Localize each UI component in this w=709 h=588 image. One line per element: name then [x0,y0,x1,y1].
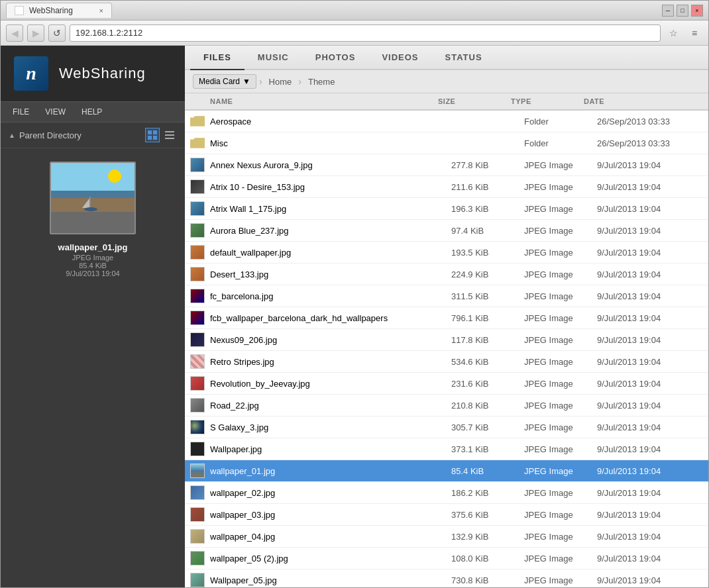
minimize-button[interactable]: ─ [662,5,674,17]
bookmark-button[interactable]: ☆ [665,24,682,42]
table-row[interactable]: Aerospace Folder 26/Sep/2013 03:33 [185,111,708,132]
file-list-header: NAME SIZE TYPE DATE [185,93,708,111]
menu-button[interactable]: ≡ [686,24,703,42]
table-row[interactable]: wallpaper_04.jpg 132.9 KiB JPEG Image 9/… [185,526,708,548]
svg-rect-8 [89,197,91,208]
app-name: WebSharing [59,65,146,82]
breadcrumb-home[interactable]: Home [265,75,296,89]
file-thumbnail [190,179,205,194]
media-card-dropdown[interactable]: Media Card ▼ [193,74,256,89]
file-name: Atrix Wall 1_175.jpg [210,204,286,214]
sidebar-header: n WebSharing [1,46,185,102]
table-row[interactable]: Misc Folder 26/Sep/2013 03:33 [185,132,708,154]
parent-directory-label[interactable]: Parent Directory [19,130,145,140]
column-header-type: TYPE [511,97,584,105]
table-row[interactable]: wallpaper_01.jpg 85.4 KiB JPEG Image 9/J… [185,460,708,482]
file-name: wallpaper_05 (2).jpg [210,554,288,564]
file-size: 305.7 KiB [451,422,524,432]
table-row[interactable]: Desert_133.jpg 224.9 KiB JPEG Image 9/Ju… [185,264,708,285]
table-row[interactable]: Aurora Blue_237.jpg 97.4 KiB JPEG Image … [185,220,708,242]
file-thumbnail [190,507,205,522]
address-bar[interactable] [76,28,655,38]
table-row[interactable]: Retro Stripes.jpg 534.6 KiB JPEG Image 9… [185,351,708,373]
table-row[interactable]: Wallpaper_05.jpg 730.8 KiB JPEG Image 9/… [185,569,708,587]
file-date: 26/Sep/2013 03:33 [597,117,703,126]
file-type: JPEG Image [524,226,597,236]
table-row[interactable]: fcb_wallpaper_barcelona_dark_hd_wallpape… [185,307,708,329]
svg-rect-2 [148,136,152,140]
tab-photos[interactable]: PHOTOS [302,46,369,70]
file-name: Wallpaper_05.jpg [210,575,277,585]
table-row[interactable]: S Galaxy_3.jpg 305.7 KiB JPEG Image 9/Ju… [185,416,708,438]
table-row[interactable]: Wallpaper.jpg 373.1 KiB JPEG Image 9/Jul… [185,438,708,460]
table-row[interactable]: Nexus09_206.jpg 117.8 KiB JPEG Image 9/J… [185,329,708,351]
file-size: 224.9 KiB [451,270,524,279]
refresh-button[interactable]: ↺ [48,24,66,42]
file-menu[interactable]: FILE [6,105,36,119]
file-name: Nexus09_206.jpg [210,335,277,345]
file-name-cell: Atrix Wall 1_175.jpg [190,201,451,216]
file-preview-panel: wallpaper_01.jpg JPEG Image 85.4 KiB 9/J… [1,148,185,587]
file-date: 9/Jul/2013 19:04 [597,291,703,301]
file-name-cell: Misc [190,136,451,150]
file-type: JPEG Image [524,248,597,258]
logo-letter: n [26,63,36,84]
file-type: JPEG Image [524,488,597,498]
table-row[interactable]: Road_22.jpg 210.8 KiB JPEG Image 9/Jul/2… [185,395,708,416]
file-name-cell: fc_barcelona.jpg [190,289,451,303]
file-size: 534.6 KiB [451,357,524,367]
tab-videos[interactable]: VIDEOS [368,46,431,70]
file-type: JPEG Image [524,291,597,301]
file-thumbnail [190,289,205,303]
preview-size: 85.4 KiB [79,262,107,270]
app-logo: n [14,56,48,91]
table-row[interactable]: wallpaper_05 (2).jpg 108.0 KiB JPEG Imag… [185,548,708,569]
file-name: Retro Stripes.jpg [210,357,274,367]
file-name: Annex Nexus Aurora_9.jpg [210,160,313,170]
file-date: 9/Jul/2013 19:04 [597,226,703,236]
forward-button[interactable]: ▶ [27,24,44,42]
help-menu[interactable]: HELP [75,105,109,119]
table-row[interactable]: Atrix Wall 1_175.jpg 196.3 KiB JPEG Imag… [185,198,708,220]
table-row[interactable]: default_wallpaper.jpg 193.5 KiB JPEG Ima… [185,242,708,264]
file-thumbnail [190,464,205,478]
back-button[interactable]: ◀ [6,24,23,42]
media-card-label: Media Card [199,77,240,86]
table-row[interactable]: Annex Nexus Aurora_9.jpg 277.8 KiB JPEG … [185,154,708,176]
preview-sun [108,170,121,183]
list-view-button[interactable] [162,128,177,142]
table-row[interactable]: Atrix 10 - Desire_153.jpg 211.6 KiB JPEG… [185,176,708,198]
table-row[interactable]: fc_barcelona.jpg 311.5 KiB JPEG Image 9/… [185,285,708,307]
file-size: 211.6 KiB [451,182,524,192]
file-name: Desert_133.jpg [210,270,268,279]
file-name: Misc [210,138,228,148]
folder-icon [190,114,205,128]
file-name-cell: wallpaper_03.jpg [190,507,451,522]
close-button[interactable]: × [691,5,703,17]
file-name-cell: Wallpaper_05.jpg [190,573,451,587]
view-menu[interactable]: VIEW [38,105,72,119]
table-row[interactable]: wallpaper_02.jpg 186.2 KiB JPEG Image 9/… [185,482,708,504]
maximize-button[interactable]: □ [677,5,688,17]
table-row[interactable]: wallpaper_03.jpg 375.6 KiB JPEG Image 9/… [185,504,708,526]
file-date: 9/Jul/2013 19:04 [597,532,703,542]
tab-files[interactable]: FILES [190,46,245,70]
svg-point-9 [84,207,97,211]
table-row[interactable]: Revolution_by_Jeevay.jpg 231.6 KiB JPEG … [185,373,708,395]
file-date: 9/Jul/2013 19:04 [597,466,703,476]
file-thumbnail [190,223,205,238]
file-type: Folder [524,117,597,126]
tab-close-button[interactable]: × [99,7,103,15]
sidebar-menubar: FILE VIEW HELP [1,102,185,122]
dropdown-arrow-icon: ▼ [243,77,250,86]
file-thumbnail [190,332,205,347]
file-name-cell: Aurora Blue_237.jpg [190,223,451,238]
svg-rect-4 [165,131,174,132]
file-size: 375.6 KiB [451,510,524,520]
grid-view-button[interactable] [145,128,160,142]
tab-music[interactable]: MUSIC [245,46,302,70]
browser-tab[interactable]: WebSharing × [6,3,112,18]
tab-status[interactable]: STATUS [432,46,496,70]
expand-icon: ▲ [9,132,15,139]
file-thumbnail [190,354,205,369]
